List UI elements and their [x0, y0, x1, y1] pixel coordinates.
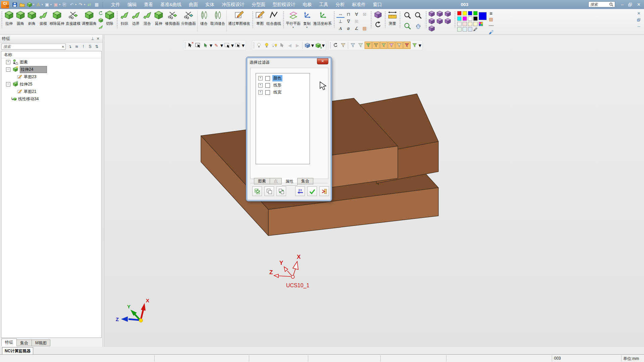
cross-select-icon[interactable]: [234, 42, 241, 49]
line-dash-icon[interactable]: ┄┄: [489, 23, 493, 28]
clear-selection-button[interactable]: [264, 186, 274, 196]
menu-cavity-die[interactable]: 型腔模设计: [269, 1, 299, 9]
view-left-icon[interactable]: [444, 18, 452, 25]
window-layout-icon[interactable]: ▣: [44, 1, 50, 8]
toolbar-button-draft[interactable]: 拔模: [38, 9, 49, 26]
toolbar-drag-handle[interactable]: [333, 11, 335, 28]
filter-elements-icon[interactable]: [357, 42, 364, 49]
dropdown-arrow[interactable]: ▾: [220, 42, 223, 49]
filter-solids-icon[interactable]: [365, 42, 372, 49]
swatch-pale-5[interactable]: [457, 27, 462, 32]
view-iso-icon[interactable]: [428, 10, 436, 18]
toolbar-button-measure[interactable]: 测量: [387, 9, 398, 26]
swatch-pale-4[interactable]: [473, 22, 478, 26]
menu-analysis[interactable]: 分析: [332, 1, 348, 9]
ucs-marker[interactable]: X Y Z UCS10_1: [269, 252, 331, 292]
tab-mviews[interactable]: M视图: [32, 340, 50, 346]
panel-close-icon[interactable]: ✕: [95, 37, 101, 41]
mdi-restore-icon[interactable]: [637, 18, 641, 22]
warning-tool-icon[interactable]: ⚠: [35, 1, 42, 8]
filter-points-icon[interactable]: [411, 42, 418, 49]
menu-window[interactable]: 窗口: [370, 1, 385, 9]
apply-filter-button[interactable]: [295, 186, 305, 196]
alert-filter-icon[interactable]: !: [81, 44, 86, 49]
toolbar-button-fillet[interactable]: 圆角: [15, 9, 26, 26]
toolbar-button-boundary[interactable]: 边界: [130, 9, 142, 26]
clear-search-icon[interactable]: ✕: [62, 45, 64, 49]
display-mode-icon[interactable]: [304, 42, 311, 49]
toolbar-button-cut[interactable]: 切除: [104, 9, 115, 26]
toolbar-button-extend[interactable]: 延伸: [153, 9, 164, 26]
model-3d[interactable]: [104, 35, 644, 347]
tree-row-linear-move34[interactable]: ↳ 线性移动34: [1, 95, 101, 103]
toolbar-button-parallel-plane[interactable]: 平行平面▾: [285, 9, 301, 28]
menu-surface[interactable]: 曲面: [185, 1, 201, 9]
dropdown-arrow[interactable]: ▾: [59, 3, 60, 6]
collapse-icon[interactable]: −: [6, 82, 10, 86]
dropdown-arrow[interactable]: ▾: [75, 3, 76, 6]
leader-icon[interactable]: ⊥: [336, 18, 344, 25]
filter-label-linetype[interactable]: 线形: [272, 82, 282, 88]
filter-row-linetype[interactable]: + 线形: [256, 82, 310, 89]
suppress-filter-icon[interactable]: S: [88, 44, 93, 49]
tree-label[interactable]: 草图23: [24, 74, 36, 80]
boss-feature-icon[interactable]: [98, 17, 104, 23]
toolbar-button-remove-extend[interactable]: 移除延伸: [49, 9, 65, 26]
linear-dimension-icon[interactable]: ↔: [336, 11, 344, 18]
pan-icon[interactable]: [413, 21, 424, 32]
color-checkbox[interactable]: [265, 76, 270, 81]
menu-parting-surface[interactable]: 分型面: [249, 1, 269, 9]
toolbar-button-activate-csys[interactable]: 激活坐标系: [313, 9, 332, 26]
ok-button[interactable]: [307, 186, 317, 196]
rotate-feature-icon[interactable]: [98, 10, 104, 16]
paste-special-icon[interactable]: ⎘: [61, 1, 68, 8]
dialog-close-button[interactable]: ✕: [317, 58, 328, 64]
show-all-icon[interactable]: [255, 42, 263, 49]
toolbar-drag-handle[interactable]: [384, 11, 386, 28]
filter-default-icon[interactable]: [339, 42, 347, 49]
keyboard-icon[interactable]: ▦: [93, 1, 100, 8]
toolbar-button-copy-csys[interactable]: 复制▾: [301, 9, 313, 28]
tree-row-sketch23[interactable]: 草图23: [1, 73, 101, 80]
filter-faces-icon[interactable]: [372, 42, 380, 49]
dropdown-arrow[interactable]: ▾: [306, 26, 308, 28]
toolbar-button-split-surface[interactable]: 分割曲面: [180, 9, 197, 26]
dropdown-arrow[interactable]: ▾: [311, 42, 314, 49]
swatch-black[interactable]: [473, 16, 478, 21]
tree-search-box[interactable]: ✕: [1, 44, 66, 50]
mdi-close-icon[interactable]: ✕: [637, 11, 640, 16]
lineweight-checkbox[interactable]: [265, 90, 270, 95]
dropdown-arrow[interactable]: ▾: [42, 3, 43, 6]
zoom-box-icon[interactable]: [413, 10, 424, 21]
search-icon[interactable]: [609, 2, 613, 7]
toolbar-button-chamfer[interactable]: 斜角: [26, 9, 38, 26]
minimize-button[interactable]: –: [621, 0, 624, 9]
triangle-annotation-icon[interactable]: ∇: [344, 18, 353, 25]
erase-pick-icon[interactable]: ✎: [213, 42, 220, 49]
swatch-pale-3[interactable]: [468, 22, 472, 26]
select-box-icon[interactable]: [194, 42, 202, 49]
toolbar-drag-handle[interactable]: [399, 11, 401, 28]
view-right-icon[interactable]: [436, 18, 444, 25]
reset-filter-icon[interactable]: [332, 42, 339, 49]
view-top-icon[interactable]: [428, 18, 436, 25]
toolbar-button-blend[interactable]: 混合: [142, 9, 153, 26]
tree-label-selected[interactable]: 拉伸24: [20, 66, 47, 73]
filter-row-lineweight[interactable]: + 线宽: [256, 89, 310, 96]
search-box[interactable]: [588, 1, 615, 7]
tree-label[interactable]: 拉伸25: [20, 81, 32, 87]
swatch-pale-1[interactable]: [457, 22, 462, 26]
expand-icon[interactable]: +: [258, 90, 263, 95]
toolbar-button-composite-curve[interactable]: 组合曲线: [266, 9, 282, 26]
view-back-icon[interactable]: [428, 25, 436, 33]
hide-icon[interactable]: [263, 42, 270, 49]
filter-surfaces-icon[interactable]: [388, 42, 395, 49]
swatch-current-color[interactable]: [479, 12, 487, 20]
expand-icon[interactable]: +: [258, 83, 263, 87]
close-button[interactable]: ✕: [637, 0, 641, 9]
menu-electrode[interactable]: 电极: [300, 1, 315, 9]
filter-row-color[interactable]: + 颜色: [256, 75, 310, 82]
toolbar-button-direct-modeling[interactable]: 直接建模: [65, 9, 81, 26]
dropdown-arrow[interactable]: ▾: [242, 42, 245, 49]
viewport-3d[interactable]: ✕ ▾ ✎▾ ▾ ▾ ◀ ▶ ▾ +▾ ▾: [104, 35, 644, 347]
